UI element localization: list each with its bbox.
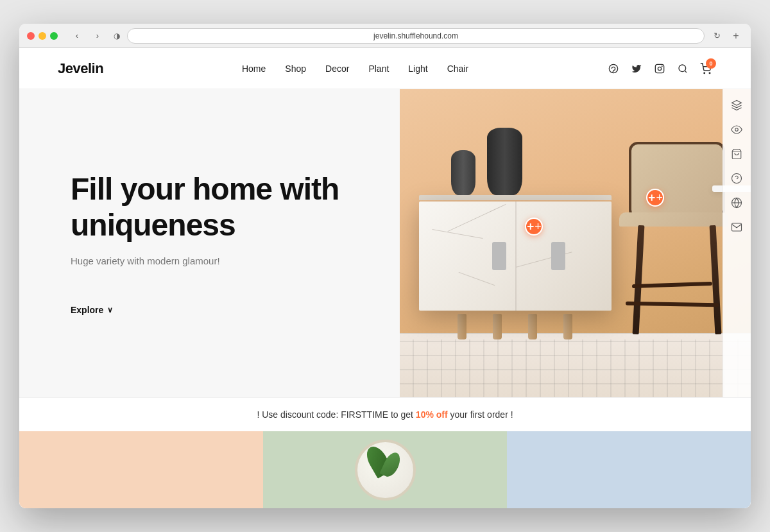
search-icon[interactable] — [676, 62, 689, 75]
cabinet-divider — [515, 202, 517, 311]
cabinet-top — [419, 195, 612, 200]
nav-link-chair[interactable]: Chair — [447, 64, 468, 74]
navbar: Jevelin Home Shop Decor Plant Light — [19, 48, 751, 89]
cabinet-leg-2 — [493, 314, 502, 339]
explore-label: Explore — [71, 305, 103, 315]
rug — [400, 339, 751, 397]
pinterest-icon[interactable] — [607, 62, 620, 75]
mail-icon[interactable] — [730, 221, 743, 234]
svg-point-7 — [704, 73, 705, 74]
forward-button[interactable]: › — [89, 29, 107, 43]
nav-item-plant[interactable]: Plant — [368, 63, 389, 74]
svg-point-8 — [709, 73, 710, 74]
promo-bar: ! Use discount code: FIRSTTIME to get 10… — [19, 397, 751, 431]
address-bar[interactable]: jevelin.shufflehound.com — [127, 28, 705, 44]
nav-icons: 0 — [607, 62, 712, 75]
cabinet-body — [419, 202, 612, 311]
chair-leg-front-left — [633, 225, 645, 334]
nav-link-shop[interactable]: Shop — [285, 64, 306, 74]
cabinet-handle-right — [551, 242, 565, 270]
marble-vein-2 — [432, 229, 483, 239]
hero-section: Fill your home with uniqueness Huge vari… — [19, 89, 751, 397]
chair-seat — [619, 212, 728, 227]
promo-text-before: ! Use discount code: FIRSTTIME to get — [257, 409, 415, 420]
layers-icon[interactable] — [730, 99, 743, 112]
hotspot-chair[interactable] — [646, 189, 664, 207]
hero-subtitle: Huge variety with modern glamour! — [71, 255, 348, 266]
svg-rect-2 — [655, 64, 663, 73]
refresh-button[interactable]: ↻ — [710, 29, 724, 43]
card-green[interactable] — [263, 431, 507, 508]
card-blue[interactable] — [507, 431, 751, 508]
url-text: jevelin.shufflehound.com — [373, 31, 458, 40]
vase-group — [451, 128, 522, 195]
nav-item-shop[interactable]: Shop — [285, 63, 306, 74]
cabinet-handle-left — [492, 242, 506, 270]
twitter-icon[interactable] — [630, 62, 643, 75]
cabinet-legs — [419, 311, 612, 339]
nav-item-home[interactable]: Home — [242, 63, 266, 74]
nav-link-home[interactable]: Home — [242, 64, 266, 74]
furniture-scene — [400, 89, 751, 397]
nav-item-light[interactable]: Light — [408, 63, 427, 74]
close-button[interactable] — [27, 32, 35, 40]
view-icon[interactable] — [730, 123, 743, 136]
cabinet-leg-1 — [458, 314, 466, 339]
browser-controls: ‹ › — [68, 29, 107, 43]
maximize-button[interactable] — [50, 32, 58, 40]
vase-small — [451, 150, 475, 195]
card-peach[interactable] — [19, 431, 263, 508]
svg-point-3 — [658, 67, 661, 70]
cabinet — [419, 195, 612, 339]
brightness-icon: ◑ — [112, 31, 122, 41]
browser-window: ‹ › ◑ jevelin.shufflehound.com ↻ + Jevel… — [19, 24, 751, 508]
site-logo[interactable]: Jevelin — [58, 60, 103, 77]
nav-links: Home Shop Decor Plant Light Chair — [242, 63, 468, 74]
cabinet-leg-4 — [563, 314, 572, 339]
explore-chevron: ∨ — [107, 305, 113, 314]
instagram-icon[interactable] — [653, 62, 666, 75]
globe-icon[interactable] — [730, 196, 743, 209]
marble-vein-1 — [447, 204, 506, 232]
plate — [355, 440, 416, 501]
promo-discount: 10% off — [416, 409, 448, 420]
hero-left-panel: Fill your home with uniqueness Huge vari… — [19, 89, 400, 397]
svg-line-6 — [685, 71, 687, 73]
cart-icon[interactable]: 0 — [699, 62, 712, 75]
minimize-button[interactable] — [38, 32, 46, 40]
marble-vein-4 — [458, 272, 495, 286]
explore-button[interactable]: Explore ∨ — [71, 305, 348, 315]
website-content: Jevelin Home Shop Decor Plant Light — [19, 48, 751, 508]
svg-point-5 — [679, 65, 686, 72]
sidebar-icons — [723, 89, 751, 397]
nav-item-decor[interactable]: Decor — [325, 63, 349, 74]
new-tab-button[interactable]: + — [729, 29, 743, 43]
nav-item-chair[interactable]: Chair — [447, 63, 468, 74]
cabinet-leg-3 — [528, 314, 537, 339]
svg-marker-13 — [732, 101, 742, 106]
bag-icon[interactable] — [730, 148, 743, 160]
nav-link-plant[interactable]: Plant — [368, 64, 389, 74]
hero-right-panel — [400, 89, 751, 397]
address-bar-container: ◑ jevelin.shufflehound.com ↻ + — [112, 28, 743, 44]
chair-back — [629, 142, 725, 219]
nav-link-decor[interactable]: Decor — [325, 64, 349, 74]
vase-large — [487, 128, 522, 195]
nav-link-light[interactable]: Light — [408, 64, 427, 74]
svg-point-14 — [735, 128, 739, 132]
back-button[interactable]: ‹ — [68, 29, 86, 43]
chair-leg-front-right — [710, 225, 722, 334]
help-icon[interactable] — [730, 172, 743, 185]
cart-badge: 0 — [706, 58, 716, 69]
bottom-cards — [19, 431, 751, 508]
chair-crossbar-1 — [632, 282, 712, 288]
hotspot-cabinet[interactable] — [525, 218, 543, 236]
browser-titlebar: ‹ › ◑ jevelin.shufflehound.com ↻ + — [19, 24, 751, 48]
svg-point-16 — [732, 174, 742, 184]
hero-title: Fill your home with uniqueness — [71, 171, 348, 242]
traffic-lights — [27, 32, 58, 40]
svg-point-4 — [662, 66, 662, 67]
promo-text-after: your first order ! — [448, 409, 513, 420]
